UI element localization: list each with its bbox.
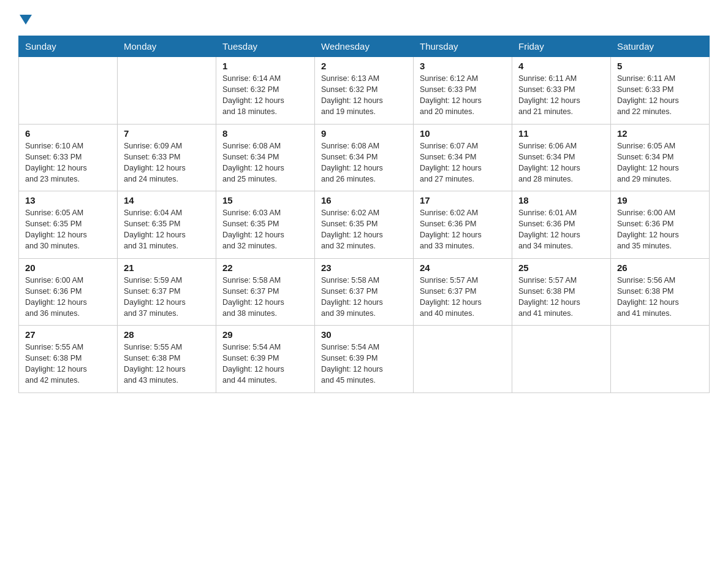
- day-number: 20: [25, 262, 111, 273]
- calendar-cell: 28Sunrise: 5:55 AMSunset: 6:38 PMDayligh…: [118, 326, 216, 393]
- day-number: 4: [518, 61, 604, 71]
- day-number: 3: [420, 61, 506, 71]
- logo: [18, 12, 32, 25]
- day-number: 13: [25, 195, 111, 205]
- calendar-table: SundayMondayTuesdayWednesdayThursdayFrid…: [18, 36, 710, 393]
- calendar-cell: 24Sunrise: 5:57 AMSunset: 6:37 PMDayligh…: [414, 258, 512, 326]
- day-info: Sunrise: 6:03 AMSunset: 6:35 PMDaylight:…: [222, 207, 308, 252]
- day-info: Sunrise: 6:04 AMSunset: 6:35 PMDaylight:…: [124, 207, 210, 252]
- calendar-cell: 10Sunrise: 6:07 AMSunset: 6:34 PMDayligh…: [414, 124, 512, 191]
- day-info: Sunrise: 5:54 AMSunset: 6:39 PMDaylight:…: [321, 342, 407, 386]
- day-number: 22: [222, 262, 308, 273]
- calendar-week-row: 6Sunrise: 6:10 AMSunset: 6:33 PMDaylight…: [19, 124, 710, 191]
- day-number: 26: [617, 262, 703, 273]
- logo-triangle-icon: [20, 15, 32, 25]
- calendar-cell: 14Sunrise: 6:04 AMSunset: 6:35 PMDayligh…: [118, 191, 216, 259]
- day-info: Sunrise: 6:00 AMSunset: 6:36 PMDaylight:…: [617, 207, 703, 252]
- calendar-week-row: 27Sunrise: 5:55 AMSunset: 6:38 PMDayligh…: [19, 326, 710, 393]
- day-number: 7: [124, 128, 210, 139]
- calendar-cell: 30Sunrise: 5:54 AMSunset: 6:39 PMDayligh…: [315, 326, 414, 393]
- day-number: 15: [222, 195, 308, 205]
- day-number: 9: [321, 128, 407, 139]
- day-number: 30: [321, 329, 407, 340]
- day-number: 1: [222, 61, 308, 71]
- weekday-header-thursday: Thursday: [414, 36, 512, 57]
- day-number: 6: [25, 128, 111, 139]
- calendar-cell: 6Sunrise: 6:10 AMSunset: 6:33 PMDaylight…: [19, 124, 118, 191]
- calendar-cell: 20Sunrise: 6:00 AMSunset: 6:36 PMDayligh…: [19, 258, 118, 326]
- day-info: Sunrise: 5:57 AMSunset: 6:38 PMDaylight:…: [518, 275, 604, 320]
- day-info: Sunrise: 6:11 AMSunset: 6:33 PMDaylight:…: [617, 73, 703, 118]
- day-info: Sunrise: 6:06 AMSunset: 6:34 PMDaylight:…: [518, 140, 604, 185]
- calendar-cell: [19, 57, 118, 124]
- calendar-cell: 27Sunrise: 5:55 AMSunset: 6:38 PMDayligh…: [19, 326, 118, 393]
- weekday-header-saturday: Saturday: [611, 36, 710, 57]
- day-number: 23: [321, 262, 407, 273]
- calendar-cell: 4Sunrise: 6:11 AMSunset: 6:33 PMDaylight…: [512, 57, 611, 124]
- calendar-cell: 17Sunrise: 6:02 AMSunset: 6:36 PMDayligh…: [414, 191, 512, 259]
- day-info: Sunrise: 6:09 AMSunset: 6:33 PMDaylight:…: [124, 140, 210, 185]
- day-number: 5: [617, 61, 703, 71]
- weekday-header-sunday: Sunday: [19, 36, 118, 57]
- day-info: Sunrise: 5:56 AMSunset: 6:38 PMDaylight:…: [617, 275, 703, 320]
- page-header: [18, 12, 710, 25]
- day-info: Sunrise: 5:59 AMSunset: 6:37 PMDaylight:…: [124, 275, 210, 320]
- day-info: Sunrise: 6:02 AMSunset: 6:36 PMDaylight:…: [420, 207, 506, 252]
- calendar-cell: 8Sunrise: 6:08 AMSunset: 6:34 PMDaylight…: [216, 124, 315, 191]
- weekday-header-row: SundayMondayTuesdayWednesdayThursdayFrid…: [19, 36, 710, 57]
- calendar-cell: 12Sunrise: 6:05 AMSunset: 6:34 PMDayligh…: [611, 124, 710, 191]
- day-info: Sunrise: 6:07 AMSunset: 6:34 PMDaylight:…: [420, 140, 506, 185]
- day-number: 28: [124, 329, 210, 340]
- day-number: 27: [25, 329, 111, 340]
- day-number: 19: [617, 195, 703, 205]
- calendar-cell: 25Sunrise: 5:57 AMSunset: 6:38 PMDayligh…: [512, 258, 611, 326]
- day-info: Sunrise: 6:11 AMSunset: 6:33 PMDaylight:…: [518, 73, 604, 118]
- day-info: Sunrise: 5:58 AMSunset: 6:37 PMDaylight:…: [222, 275, 308, 320]
- day-number: 12: [617, 128, 703, 139]
- day-info: Sunrise: 6:10 AMSunset: 6:33 PMDaylight:…: [25, 140, 111, 185]
- calendar-cell: 21Sunrise: 5:59 AMSunset: 6:37 PMDayligh…: [118, 258, 216, 326]
- calendar-week-row: 13Sunrise: 6:05 AMSunset: 6:35 PMDayligh…: [19, 191, 710, 259]
- day-info: Sunrise: 5:57 AMSunset: 6:37 PMDaylight:…: [420, 275, 506, 320]
- weekday-header-friday: Friday: [512, 36, 611, 57]
- day-info: Sunrise: 6:05 AMSunset: 6:34 PMDaylight:…: [617, 140, 703, 185]
- calendar-cell: 22Sunrise: 5:58 AMSunset: 6:37 PMDayligh…: [216, 258, 315, 326]
- day-info: Sunrise: 6:14 AMSunset: 6:32 PMDaylight:…: [222, 73, 308, 118]
- day-info: Sunrise: 6:08 AMSunset: 6:34 PMDaylight:…: [222, 140, 308, 185]
- day-number: 16: [321, 195, 407, 205]
- calendar-cell: 1Sunrise: 6:14 AMSunset: 6:32 PMDaylight…: [216, 57, 315, 124]
- day-info: Sunrise: 5:54 AMSunset: 6:39 PMDaylight:…: [222, 342, 308, 386]
- calendar-cell: 5Sunrise: 6:11 AMSunset: 6:33 PMDaylight…: [611, 57, 710, 124]
- calendar-cell: 16Sunrise: 6:02 AMSunset: 6:35 PMDayligh…: [315, 191, 414, 259]
- calendar-cell: 29Sunrise: 5:54 AMSunset: 6:39 PMDayligh…: [216, 326, 315, 393]
- day-info: Sunrise: 6:08 AMSunset: 6:34 PMDaylight:…: [321, 140, 407, 185]
- calendar-cell: 2Sunrise: 6:13 AMSunset: 6:32 PMDaylight…: [315, 57, 414, 124]
- day-info: Sunrise: 6:05 AMSunset: 6:35 PMDaylight:…: [25, 207, 111, 252]
- day-number: 11: [518, 128, 604, 139]
- calendar-week-row: 20Sunrise: 6:00 AMSunset: 6:36 PMDayligh…: [19, 258, 710, 326]
- calendar-week-row: 1Sunrise: 6:14 AMSunset: 6:32 PMDaylight…: [19, 57, 710, 124]
- day-info: Sunrise: 6:00 AMSunset: 6:36 PMDaylight:…: [25, 275, 111, 320]
- day-number: 29: [222, 329, 308, 340]
- day-info: Sunrise: 6:13 AMSunset: 6:32 PMDaylight:…: [321, 73, 407, 118]
- weekday-header-monday: Monday: [118, 36, 216, 57]
- calendar-cell: 26Sunrise: 5:56 AMSunset: 6:38 PMDayligh…: [611, 258, 710, 326]
- day-info: Sunrise: 6:02 AMSunset: 6:35 PMDaylight:…: [321, 207, 407, 252]
- day-number: 17: [420, 195, 506, 205]
- weekday-header-tuesday: Tuesday: [216, 36, 315, 57]
- calendar-cell: 13Sunrise: 6:05 AMSunset: 6:35 PMDayligh…: [19, 191, 118, 259]
- day-info: Sunrise: 5:55 AMSunset: 6:38 PMDaylight:…: [124, 342, 210, 386]
- calendar-cell: 19Sunrise: 6:00 AMSunset: 6:36 PMDayligh…: [611, 191, 710, 259]
- day-info: Sunrise: 5:58 AMSunset: 6:37 PMDaylight:…: [321, 275, 407, 320]
- calendar-cell: 23Sunrise: 5:58 AMSunset: 6:37 PMDayligh…: [315, 258, 414, 326]
- calendar-cell: 7Sunrise: 6:09 AMSunset: 6:33 PMDaylight…: [118, 124, 216, 191]
- day-number: 24: [420, 262, 506, 273]
- calendar-cell: [611, 326, 710, 393]
- day-number: 8: [222, 128, 308, 139]
- calendar-cell: [118, 57, 216, 124]
- calendar-cell: [414, 326, 512, 393]
- day-number: 2: [321, 61, 407, 71]
- calendar-cell: 9Sunrise: 6:08 AMSunset: 6:34 PMDaylight…: [315, 124, 414, 191]
- day-info: Sunrise: 6:01 AMSunset: 6:36 PMDaylight:…: [518, 207, 604, 252]
- calendar-cell: 3Sunrise: 6:12 AMSunset: 6:33 PMDaylight…: [414, 57, 512, 124]
